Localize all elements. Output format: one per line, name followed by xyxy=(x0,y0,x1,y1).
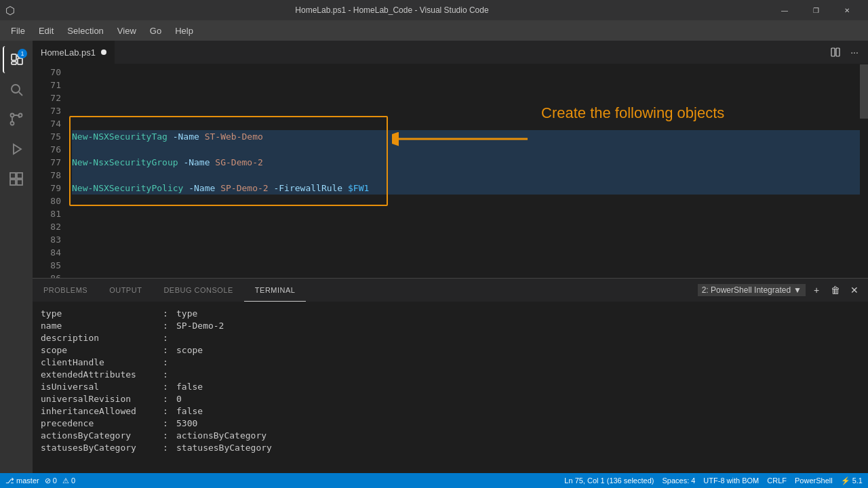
svg-point-4 xyxy=(12,85,20,93)
kill-terminal-button[interactable]: 🗑 xyxy=(827,282,844,298)
svg-rect-0 xyxy=(12,54,16,60)
minimize-button[interactable]: — xyxy=(769,0,800,20)
svg-rect-10 xyxy=(10,173,16,178)
vscode-icon: ⬡ xyxy=(5,4,15,17)
encoding-status[interactable]: UTF-8 with BOM xyxy=(703,476,759,485)
svg-point-6 xyxy=(11,114,14,117)
minimap-slider[interactable] xyxy=(860,64,868,119)
terminal-tab-actions: 2: PowerShell Integrated ▼ + 🗑 ✕ xyxy=(698,279,868,302)
status-bar: ⎇ master ⊘ 0 ⚠ 0 Ln 75, Col 1 (136 selec… xyxy=(0,473,868,488)
status-right: Ln 75, Col 1 (136 selected) Spaces: 4 UT… xyxy=(564,476,863,485)
code-line-76 xyxy=(72,143,860,156)
menu-selection[interactable]: Selection xyxy=(62,23,108,39)
svg-rect-13 xyxy=(17,180,22,185)
term-row-universalrevision: universalRevision : 0 xyxy=(41,393,860,405)
window-controls: — ❐ ✕ xyxy=(769,0,863,20)
svg-rect-12 xyxy=(10,180,16,185)
term-row-precedence: precedence : 5300 xyxy=(41,418,860,430)
svg-rect-3 xyxy=(12,62,16,64)
term-row-description: description : xyxy=(41,332,860,344)
term-row-isuniversal: isUniversal : false xyxy=(41,381,860,393)
close-panel-button[interactable]: ✕ xyxy=(846,282,863,298)
code-editor[interactable]: 70 71 72 73 74 75 76 77 78 79 80 81 82 8… xyxy=(33,64,868,278)
spaces-status[interactable]: Spaces: 4 xyxy=(662,476,695,485)
tab-bar: HomeLab.ps1 ··· xyxy=(33,41,868,64)
code-line-75: New-NSXSecurityTag -Name ST-Web-Demo xyxy=(72,130,860,143)
editor-tab-homelab[interactable]: HomeLab.ps1 xyxy=(33,41,115,64)
param-name-2: -Name xyxy=(183,156,210,169)
tab-filename: HomeLab.ps1 xyxy=(41,47,96,58)
editor-area: HomeLab.ps1 ··· 70 71 72 xyxy=(33,41,868,488)
param-name: -Name xyxy=(173,130,199,143)
svg-rect-14 xyxy=(831,48,835,56)
code-line-81 xyxy=(72,207,860,220)
menu-file[interactable]: File xyxy=(5,23,31,39)
var-fw1: $FW1 xyxy=(348,182,369,195)
maximize-button[interactable]: ❐ xyxy=(800,0,831,20)
line-ending-status[interactable]: CRLF xyxy=(767,476,787,485)
more-actions-button[interactable]: ··· xyxy=(846,44,863,60)
code-line-71 xyxy=(72,79,860,92)
language-status[interactable]: PowerShell xyxy=(795,476,833,485)
svg-rect-15 xyxy=(836,48,840,56)
code-line-72 xyxy=(72,92,860,104)
term-row-scope: scope : scope xyxy=(41,344,860,357)
main-layout: 1 xyxy=(0,41,868,488)
code-line-70 xyxy=(72,66,860,79)
space xyxy=(167,130,173,143)
menu-go[interactable]: Go xyxy=(144,23,167,39)
val-sp-demo2: SP-Demo-2 xyxy=(220,182,268,195)
split-editor-button[interactable] xyxy=(827,44,844,60)
annotation-label: Create the following objects xyxy=(541,106,724,119)
code-line-82 xyxy=(72,220,860,233)
term-row-name: name : SP-Demo-2 xyxy=(41,320,860,332)
kw-new-nsxsecuritygroup: New-NsxSecurityGroup xyxy=(72,156,178,169)
source-control-activity-icon[interactable] xyxy=(3,106,30,133)
svg-marker-9 xyxy=(14,144,21,154)
warnings-status[interactable]: ⚠ 0 xyxy=(62,476,75,485)
term-row-extendedattributes: extendedAttributes : xyxy=(41,369,860,381)
git-branch-status[interactable]: ⎇ master xyxy=(5,476,39,485)
term-row-inheritanceallowed: inheritanceAllowed : false xyxy=(41,405,860,418)
code-line-86 xyxy=(72,272,860,278)
minimap-scrollbar[interactable] xyxy=(860,64,868,278)
debug-activity-icon[interactable] xyxy=(3,136,30,163)
term-row-statusesbycategory: statusesByCategory : statusesByCategory xyxy=(41,442,860,454)
close-button[interactable]: ✕ xyxy=(831,0,863,20)
val-sg-demo2: SG-Demo-2 xyxy=(215,156,262,169)
explorer-activity-icon[interactable]: 1 xyxy=(3,46,30,73)
code-content[interactable]: New-NSXSecurityTag -Name ST-Web-Demo New… xyxy=(66,64,860,278)
term-row-clienthandle: clientHandle : xyxy=(41,357,860,369)
svg-rect-11 xyxy=(17,173,22,178)
tab-problems[interactable]: PROBLEMS xyxy=(33,279,98,302)
tab-terminal[interactable]: TERMINAL xyxy=(244,279,307,302)
svg-rect-1 xyxy=(18,58,22,64)
terminal-tab-bar: PROBLEMS OUTPUT DEBUG CONSOLE TERMINAL 2… xyxy=(33,279,868,302)
title-text: HomeLab.ps1 - HomeLab_Code - Visual Stud… xyxy=(20,5,764,15)
code-line-78 xyxy=(72,169,860,182)
menu-view[interactable]: View xyxy=(112,23,142,39)
tab-debug-console[interactable]: DEBUG CONSOLE xyxy=(153,279,243,302)
menu-edit[interactable]: Edit xyxy=(33,23,59,39)
code-line-84 xyxy=(72,246,860,259)
tab-output[interactable]: OUTPUT xyxy=(98,279,153,302)
term-row-type: type : type xyxy=(41,308,860,320)
status-left: ⎇ master ⊘ 0 ⚠ 0 xyxy=(5,476,75,485)
powershell-version-status[interactable]: ⚡ 5.1 xyxy=(841,476,863,485)
code-line-85 xyxy=(72,259,860,272)
new-terminal-button[interactable]: + xyxy=(808,282,825,298)
menubar: File Edit Selection View Go Help xyxy=(0,20,868,41)
activity-bar: 1 xyxy=(0,41,33,488)
line-numbers: 70 71 72 73 74 75 76 77 78 79 80 81 82 8… xyxy=(33,64,66,278)
search-activity-icon[interactable] xyxy=(3,76,30,103)
terminal-panel: PROBLEMS OUTPUT DEBUG CONSOLE TERMINAL 2… xyxy=(33,278,868,488)
code-line-77: New-NsxSecurityGroup -Name SG-Demo-2 xyxy=(72,156,860,169)
extensions-activity-icon[interactable] xyxy=(3,165,30,192)
menu-help[interactable]: Help xyxy=(170,23,199,39)
cursor-position-status[interactable]: Ln 75, Col 1 (136 selected) xyxy=(564,476,654,485)
code-line-79: New-NSXSecurityPolicy -Name SP-Demo-2 -F… xyxy=(72,182,860,195)
code-line-80 xyxy=(72,195,860,207)
terminal-selector[interactable]: 2: PowerShell Integrated ▼ xyxy=(698,284,806,296)
titlebar: ⬡ HomeLab.ps1 - HomeLab_Code - Visual St… xyxy=(0,0,868,20)
errors-status[interactable]: ⊘ 0 xyxy=(45,476,57,485)
